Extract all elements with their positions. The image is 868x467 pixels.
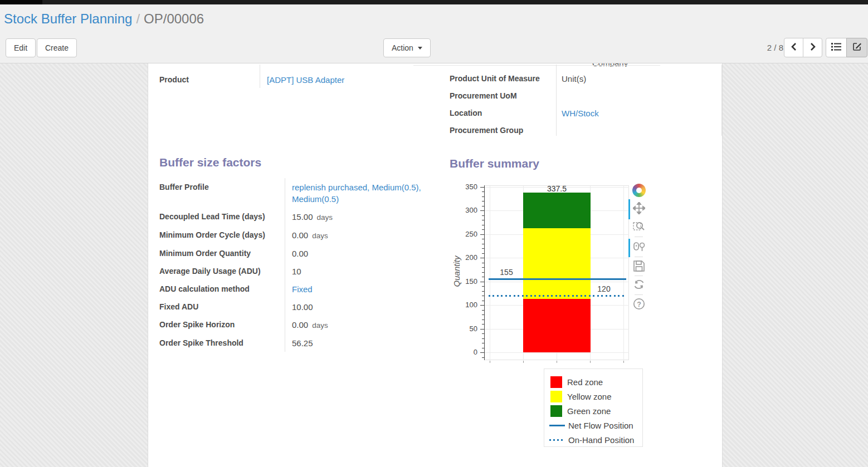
field-label: Location <box>450 107 556 119</box>
buffer-factors-field-group: Buffer Profilereplenish purchased, Mediu… <box>159 181 450 355</box>
pan-icon[interactable] <box>633 202 645 214</box>
chevron-left-icon <box>790 42 798 53</box>
chart-zone-green-zone <box>523 193 591 228</box>
field-label: Procurement UoM <box>450 90 556 102</box>
control-panel: Stock Buffer Planning/OP/00006 Edit Crea… <box>0 4 868 63</box>
section-title-buffer-summary: Buffer summary <box>450 157 539 170</box>
legend-item: Green zone <box>550 404 642 418</box>
field-label: Product Unit of Measure <box>450 73 556 85</box>
pager-next-button[interactable] <box>803 38 822 57</box>
field-value: 10.00 <box>285 301 434 313</box>
field-label: Order Spike Horizon <box>159 319 285 331</box>
help-icon[interactable]: ? <box>633 298 645 310</box>
field-value: 15.00days <box>285 211 434 223</box>
chart-y-tick-label: 50 <box>461 325 477 333</box>
buffer-summary-chart[interactable]: Quantity 050100150200250300350112.5262.5… <box>462 183 635 372</box>
list-view-icon <box>831 42 841 53</box>
save-icon[interactable] <box>633 260 645 272</box>
view-switcher <box>826 38 867 57</box>
field-label: Minimum Order Quantity <box>159 248 285 259</box>
field-label: Product <box>159 74 260 86</box>
section-title-buffer-size-factors: Buffer size factors <box>159 156 261 169</box>
clipped-row-divider <box>413 65 660 66</box>
chart-y-tick-label: 350 <box>461 183 477 191</box>
breadcrumb-parent-link[interactable]: Stock Buffer Planning <box>4 11 132 26</box>
chart-x-tick <box>623 361 624 363</box>
create-button[interactable]: Create <box>37 38 77 57</box>
field-row: Order Spike Horizon0.00days <box>159 319 450 331</box>
action-button-label: Action <box>392 43 413 52</box>
breadcrumb-separator: / <box>136 11 140 26</box>
toolbar-separator <box>635 237 643 237</box>
field-label: Order Spike Threshold <box>159 337 285 349</box>
chart-gridline <box>485 352 629 353</box>
field-row: Minimum Order Cycle (days)0.00days <box>159 229 450 242</box>
bokeh-logo-icon[interactable] <box>632 184 646 197</box>
chart-y-tick <box>480 352 484 353</box>
legend-line-swatch <box>549 439 565 441</box>
field-row: Buffer Profilereplenish purchased, Mediu… <box>159 181 450 205</box>
chart-y-tick <box>480 187 484 188</box>
pager-previous-button[interactable] <box>784 38 803 57</box>
field-label: ADU calculation method <box>159 283 285 295</box>
measure-field-group: Product Unit of MeasureUnit(s)Procuremen… <box>450 70 722 139</box>
form-view-button[interactable] <box>846 38 867 57</box>
field-row: Average Daily Usage (ADU)10 <box>159 266 450 277</box>
field-row: Procurement Group <box>450 122 722 139</box>
legend-swatch <box>550 405 562 417</box>
field-value[interactable]: Fixed <box>285 283 434 295</box>
svg-text:?: ? <box>637 301 641 308</box>
top-navigation-bar-segment <box>0 0 42 4</box>
chart-gridline <box>623 186 624 360</box>
legend-item: Yellow zone <box>550 389 642 404</box>
field-row: Product[ADPT] USB Adapter <box>159 71 427 89</box>
field-value[interactable]: replenish purchased, Medium(0.5), Medium… <box>285 181 434 205</box>
top-navigation-bar <box>0 0 868 4</box>
chart-line-net-flow-position <box>489 278 626 280</box>
chart-y-tick-label: 300 <box>461 206 477 214</box>
edit-button-label: Edit <box>14 43 27 52</box>
field-label: Procurement Group <box>450 125 556 136</box>
field-row: Fixed ADU10.00 <box>159 301 450 313</box>
box-zoom-icon[interactable] <box>633 220 645 233</box>
chart-x-tick <box>523 361 524 363</box>
chart-x-tick <box>557 361 557 363</box>
chart-gridline <box>490 186 490 360</box>
toolbar-separator <box>635 276 643 276</box>
legend-swatch <box>550 376 562 388</box>
field-row: ADU calculation methodFixed <box>159 283 450 295</box>
field-label: Average Daily Usage (ADU) <box>159 266 285 277</box>
chart-y-tick <box>480 329 484 330</box>
chart-line-label: 120 <box>593 284 615 293</box>
chart-toolbar: ? <box>627 183 651 325</box>
chart-zone-red-zone <box>523 299 591 352</box>
create-button-label: Create <box>45 43 69 52</box>
field-value: 0.00 <box>285 248 434 259</box>
active-tool-indicator <box>628 199 630 219</box>
legend-item: Red zone <box>550 375 642 389</box>
legend-swatch <box>550 391 562 402</box>
field-value[interactable]: [ADPT] USB Adapter <box>260 74 344 86</box>
field-row: Minimum Order Quantity0.00 <box>159 248 450 259</box>
hover-icon[interactable] <box>633 242 645 254</box>
chart-y-tick-label: 100 <box>461 301 477 309</box>
toolbar-separator <box>635 294 643 295</box>
chart-zone-boundary-label: 337.5 <box>523 184 591 193</box>
list-view-button[interactable] <box>826 38 847 57</box>
field-value: 10 <box>285 266 434 277</box>
product-field-group: Product[ADPT] USB Adapter <box>159 71 427 89</box>
chart-y-tick-label: 150 <box>461 277 477 286</box>
legend-item: On-Hand Position <box>550 432 642 447</box>
toolbar-separator <box>635 257 643 257</box>
form-sheet: Company Product[ADPT] USB Adapter Produc… <box>148 63 723 467</box>
chart-line-on-hand-position <box>489 295 626 297</box>
field-value[interactable]: WH/Stock <box>556 107 599 119</box>
chart-y-tick <box>480 258 484 258</box>
chart-y-tick <box>480 210 484 211</box>
field-row: LocationWH/Stock <box>450 105 722 122</box>
edit-button[interactable]: Edit <box>6 38 36 57</box>
chart-y-tick-label: 250 <box>461 230 477 238</box>
reset-icon[interactable] <box>633 278 645 291</box>
action-dropdown-button[interactable]: Action <box>383 38 431 57</box>
field-value: Unit(s) <box>556 73 586 85</box>
